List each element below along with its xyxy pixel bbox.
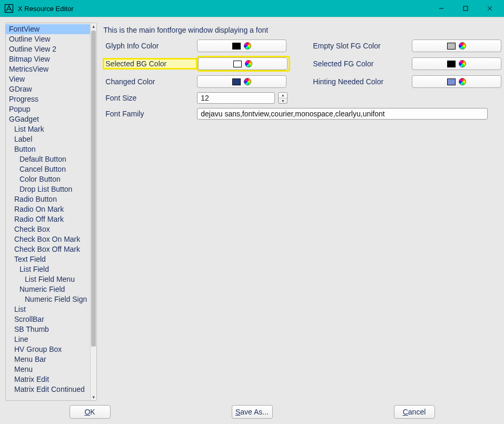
tree-item[interactable]: Outline View 2 xyxy=(6,44,90,54)
tree-item[interactable]: Outline View xyxy=(6,34,90,44)
tree-item[interactable]: SB Thumb xyxy=(6,324,90,334)
tree-item[interactable]: Check Box On Mark xyxy=(6,234,90,244)
tree-item[interactable]: Menu Bar xyxy=(6,354,90,364)
svg-rect-2 xyxy=(463,6,468,11)
tree-item[interactable]: Radio On Mark xyxy=(6,204,90,214)
color-wheel-icon xyxy=(244,78,251,85)
tree-item[interactable]: Default Button xyxy=(6,154,90,164)
titlebar: X Resource Editor xyxy=(0,0,504,17)
tree-scrollbar[interactable]: ▲ ▼ xyxy=(90,23,96,400)
tree-item[interactable]: List Mark xyxy=(6,124,90,134)
tree-item[interactable]: ScrollBar xyxy=(6,314,90,324)
color-wheel-icon xyxy=(459,60,466,67)
color-button-glyph-info[interactable] xyxy=(197,40,286,52)
tree-item[interactable]: Line xyxy=(6,334,90,344)
label-font-size: Font Size xyxy=(103,93,197,103)
category-tree-list[interactable]: FontViewOutline ViewOutline View 2Bitmap… xyxy=(6,23,90,400)
label-selected-bg-color: Selected BG Color xyxy=(103,58,197,69)
tree-item[interactable]: Bitmap View xyxy=(6,54,90,64)
tree-item[interactable]: Text Field xyxy=(6,254,90,264)
color-button-empty-slot-fg[interactable] xyxy=(412,40,501,52)
tree-item[interactable]: Matrix Edit Continued xyxy=(6,384,90,395)
tree-item[interactable]: List Field Menu xyxy=(6,274,90,284)
tree-item[interactable]: Cancel Button xyxy=(6,164,90,174)
tree-item[interactable]: Label xyxy=(6,134,90,144)
label-hinting-needed-color: Hinting Needed Color xyxy=(311,76,412,87)
font-family-field[interactable]: dejavu sans,fontview,courier,monospace,c… xyxy=(197,108,488,120)
scroll-thumb[interactable] xyxy=(91,31,96,347)
save-as-button[interactable]: Save As... xyxy=(232,405,273,419)
color-button-selected-bg[interactable] xyxy=(198,57,288,70)
app-icon xyxy=(4,4,14,13)
swatch-icon xyxy=(233,61,242,67)
ok-button[interactable]: OK xyxy=(70,405,111,419)
minimize-button[interactable] xyxy=(429,1,453,16)
window-title: X Resource Editor xyxy=(18,5,74,13)
tree-item[interactable]: List Field xyxy=(6,264,90,274)
swatch-icon xyxy=(232,78,241,85)
chevron-down-icon[interactable]: ▼ xyxy=(279,98,287,104)
category-tree: FontViewOutline ViewOutline View 2Bitmap… xyxy=(5,23,97,401)
color-wheel-icon xyxy=(459,42,466,50)
color-wheel-icon xyxy=(245,60,252,67)
scroll-down-icon[interactable]: ▼ xyxy=(91,394,96,400)
tree-item[interactable]: Numeric Field xyxy=(6,284,90,294)
tree-item[interactable]: Popup xyxy=(6,104,90,114)
tree-item[interactable]: GDraw xyxy=(6,84,90,94)
color-wheel-icon xyxy=(459,78,466,85)
swatch-icon xyxy=(447,61,456,67)
swatch-icon xyxy=(447,78,456,85)
close-button[interactable] xyxy=(478,1,502,16)
color-wheel-icon xyxy=(244,42,251,50)
tree-item[interactable]: Matrix Edit xyxy=(6,374,90,384)
tree-item[interactable]: Progress xyxy=(6,94,90,104)
tree-item[interactable]: Radio Button xyxy=(6,194,90,204)
swatch-icon xyxy=(447,43,456,50)
tree-item[interactable]: Button xyxy=(6,144,90,154)
tree-item[interactable]: Numeric Field Sign xyxy=(6,294,90,304)
tree-item[interactable]: MetricsView xyxy=(6,64,90,74)
tree-item[interactable]: Menu xyxy=(6,364,90,374)
tree-item[interactable]: GGadget xyxy=(6,114,90,124)
label-font-family: Font Family xyxy=(103,109,197,119)
tree-item[interactable]: FontView xyxy=(6,24,90,34)
scroll-up-icon[interactable]: ▲ xyxy=(91,23,96,29)
color-button-selected-fg[interactable] xyxy=(412,57,501,70)
label-empty-slot-fg-color: Empty Slot FG Color xyxy=(311,41,412,51)
tree-item[interactable]: List xyxy=(6,304,90,314)
color-button-changed[interactable] xyxy=(197,75,286,88)
maximize-button[interactable] xyxy=(453,1,478,16)
tree-item[interactable]: Check Box xyxy=(6,224,90,234)
color-button-hinting-needed[interactable] xyxy=(412,75,501,88)
tree-item[interactable]: Check Box Off Mark xyxy=(6,244,90,254)
dialog-footer: OK Save As... Cancel xyxy=(0,401,504,424)
chevron-up-icon[interactable]: ▲ xyxy=(279,93,287,98)
tree-item[interactable]: Drop List Button xyxy=(6,184,90,194)
tree-item[interactable]: HV Group Box xyxy=(6,344,90,354)
tree-item[interactable]: Radio Off Mark xyxy=(6,214,90,224)
tree-item[interactable]: Color Button xyxy=(6,174,90,184)
tree-item[interactable]: View xyxy=(6,74,90,84)
properties-panel: This is the main fontforge window displa… xyxy=(102,23,501,401)
panel-description: This is the main fontforge window displa… xyxy=(103,26,498,34)
label-glyph-info-color: Glyph Info Color xyxy=(103,41,197,51)
font-size-spinner[interactable]: ▲ ▼ xyxy=(278,92,288,104)
font-size-field[interactable]: 12 xyxy=(197,92,275,104)
label-changed-color: Changed Color xyxy=(103,76,197,87)
cancel-button[interactable]: Cancel xyxy=(394,405,435,419)
label-selected-fg-color: Selected FG Color xyxy=(311,58,412,69)
swatch-icon xyxy=(232,43,241,50)
